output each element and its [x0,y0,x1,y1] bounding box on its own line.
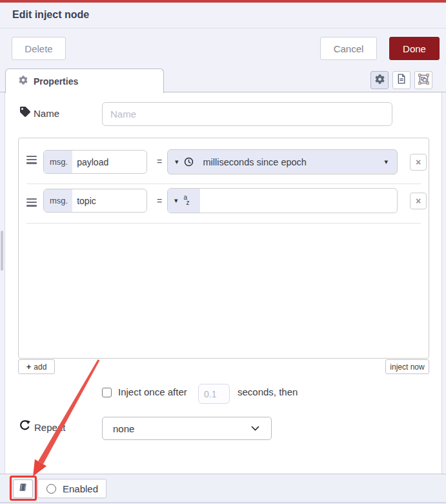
right-gutter [441,92,446,474]
equals-sign: = [157,196,162,206]
inject-now-label: inject now [390,362,424,372]
remove-row-button[interactable]: × [410,193,427,209]
remove-row-button[interactable]: × [410,154,427,171]
tab-properties-label: Properties [34,76,78,87]
gear-icon [375,74,385,87]
dialog-button-row: Delete Cancel Done [0,28,446,68]
properties-view-button[interactable] [370,71,389,89]
clock-icon [184,157,194,167]
chevron-down-icon [251,426,259,431]
name-input[interactable] [102,102,392,126]
enabled-toggle-button[interactable]: Enabled [37,479,106,498]
left-scrollbar-thumb[interactable] [1,231,3,271]
repeat-select[interactable]: none [102,417,272,440]
property-key-value: topic [72,189,96,212]
circle-icon [46,484,56,494]
typed-input-string[interactable]: ▾ az [167,188,398,213]
drag-handle[interactable] [26,154,37,165]
edit-inject-node-dialog: Edit inject node Delete Cancel Done Prop… [0,0,446,504]
done-button[interactable]: Done [389,37,440,60]
inject-delay-input[interactable] [198,384,230,404]
inject-now-button[interactable]: inject now [385,359,429,374]
chevron-down-icon: ▾ [175,158,179,165]
plus-icon: + [26,362,32,372]
document-icon [396,74,407,87]
dialog-title: Edit inject node [12,9,89,21]
row-divider [26,223,421,224]
book-icon [17,482,28,496]
typed-input-value: milliseconds since epoch [203,157,385,167]
chevron-down-icon: ▾ [174,197,178,204]
inject-once-label: Inject once after [118,386,187,397]
drag-handle[interactable] [26,196,37,208]
typed-input-timestamp[interactable]: ▾ milliseconds since epoch ▾ [167,149,398,174]
msg-prefix: msg. [44,151,72,173]
library-button[interactable] [13,479,33,498]
seconds-then-label: seconds, then [238,386,298,397]
tag-icon [20,107,30,120]
msg-prefix: msg. [44,189,72,212]
chevron-down-icon: ▾ [384,158,388,165]
enabled-label: Enabled [63,483,98,494]
delete-button[interactable]: Delete [12,37,66,60]
tab-properties[interactable]: Properties [5,68,164,93]
properties-list: msg. payload = ▾ milliseconds since epoc… [18,138,429,359]
add-property-button[interactable]: + add [18,359,55,374]
description-view-button[interactable] [392,71,411,89]
property-key-value: payload [72,151,108,173]
repeat-selected-option: none [113,423,134,434]
string-type-icon: az [183,194,190,207]
appearance-view-button[interactable] [414,71,432,89]
property-key-field[interactable]: msg. topic [43,189,147,213]
repeat-icon [19,420,30,434]
equals-sign: = [157,156,162,167]
cancel-button[interactable]: Cancel [320,37,377,60]
type-select-segment[interactable]: ▾ az [168,189,200,213]
gear-icon [19,76,28,87]
name-label: Name [34,108,59,119]
add-button-label: add [34,362,46,372]
dialog-header: Edit inject node [0,3,446,28]
inject-once-checkbox[interactable] [102,388,112,397]
row-divider [26,184,421,184]
left-gutter [0,92,5,474]
repeat-label: Repeat [34,422,65,433]
tab-bar: Properties [0,68,446,92]
selection-group-icon [418,74,429,87]
property-key-field[interactable]: msg. payload [43,150,147,174]
dialog-footer: Enabled [0,474,446,502]
